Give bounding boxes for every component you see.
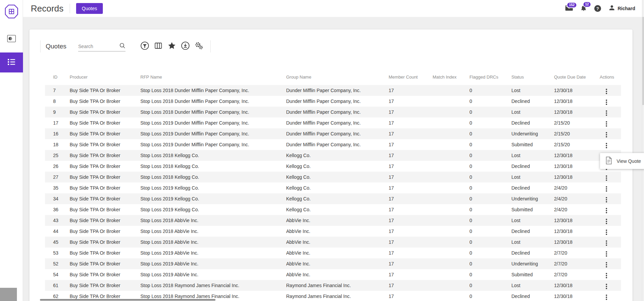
table-row[interactable]: 43Buy Side TPA Or BrokerStop Loss 2018 A… <box>45 215 621 226</box>
row-actions-kebab-icon[interactable] <box>606 91 607 92</box>
search-input[interactable] <box>78 44 119 49</box>
column-header[interactable]: Group Name <box>286 74 389 80</box>
title-separator <box>70 4 70 13</box>
table-row[interactable]: 53Buy Side TPA Or BrokerStop Loss 2019 A… <box>45 248 621 258</box>
row-actions-kebab-icon[interactable] <box>606 221 607 222</box>
cell-status: Lost <box>511 153 554 158</box>
table-row[interactable]: 35Buy Side TPA Or BrokerStop Loss 2019 K… <box>45 182 621 193</box>
table-row[interactable]: 27Buy Side TPA Or BrokerStop Loss 2018 K… <box>45 172 621 182</box>
filter-button[interactable] <box>140 42 149 51</box>
table-row[interactable]: 52Buy Side TPA Or BrokerStop Loss 2019 A… <box>45 258 621 269</box>
cell-member_count: 17 <box>389 142 433 147</box>
table-row[interactable]: 54Buy Side TPA Or BrokerStop Loss 2019 A… <box>45 269 621 280</box>
table-row[interactable]: 61Buy Side TPA Or BrokerStop Loss 2018 R… <box>45 280 621 291</box>
column-header[interactable]: Producer <box>70 74 140 80</box>
cell-status: Lost <box>511 174 554 180</box>
cell-member_count: 17 <box>389 218 433 223</box>
cell-quote_due_date: 2/15/20 <box>554 120 600 126</box>
row-actions-kebab-icon[interactable] <box>606 210 607 211</box>
table-row[interactable]: 8Buy Side TPA Or BrokerStop Loss 2018 Du… <box>45 96 621 107</box>
row-actions-kebab-icon[interactable] <box>606 134 607 135</box>
table-header: IDProducerRFP NameGroup NameMember Count… <box>45 72 621 81</box>
cell-rfp_name: Stop Loss 2019 Dunder Mifflin Paper Comp… <box>140 120 286 126</box>
cell-quote_due_date: 12/30/18 <box>554 294 600 299</box>
row-actions-kebab-icon[interactable] <box>606 188 607 190</box>
cell-status: Declined <box>511 164 554 169</box>
row-actions-kebab-icon[interactable] <box>606 232 607 233</box>
table-row[interactable]: 18Buy Side TPA Or BrokerStop Loss 2019 D… <box>45 139 621 150</box>
quotes-nav-button[interactable]: Quotes <box>76 3 103 14</box>
cell-member_count: 17 <box>389 153 433 158</box>
vertical-scrollbar[interactable] <box>642 0 644 301</box>
row-actions-kebab-icon[interactable] <box>606 253 607 255</box>
row-actions-kebab-icon[interactable] <box>606 275 607 276</box>
table-row[interactable]: 36Buy Side TPA Or BrokerStop Loss 2019 K… <box>45 204 621 215</box>
row-actions-kebab-icon[interactable] <box>606 264 607 265</box>
cell-actions <box>600 120 621 126</box>
column-header[interactable]: Status <box>511 74 554 80</box>
cell-member_count: 17 <box>389 196 433 201</box>
table-row[interactable]: 17Buy Side TPA Or BrokerStop Loss 2019 D… <box>45 117 621 128</box>
notifications-button[interactable]: 12 <box>580 4 587 13</box>
column-header[interactable]: ID <box>45 74 70 80</box>
row-actions-kebab-icon[interactable] <box>606 123 607 125</box>
cell-status: Declined <box>511 185 554 191</box>
table-row[interactable]: 7Buy Side TPA Or BrokerStop Loss 2018 Du… <box>45 85 621 96</box>
row-actions-kebab-icon[interactable] <box>606 102 607 103</box>
mail-button[interactable]: 152 <box>565 5 573 12</box>
row-actions-kebab-icon[interactable] <box>606 199 607 200</box>
column-header[interactable]: Flagged DRCs <box>469 74 511 80</box>
sidebar-item-records-active[interactable] <box>0 52 23 72</box>
row-actions-kebab-icon[interactable] <box>606 177 607 179</box>
table-row[interactable]: 25Buy Side TPA Or BrokerStop Loss 2018 K… <box>45 150 621 161</box>
app-logo[interactable] <box>4 3 19 20</box>
cell-actions <box>600 88 621 93</box>
cell-producer: Buy Side TPA Or Broker <box>70 294 140 299</box>
cell-producer: Buy Side TPA Or Broker <box>70 261 140 266</box>
cell-quote_due_date: 2/7/20 <box>554 272 600 277</box>
cell-rfp_name: Stop Loss 2018 Dunder Mifflin Paper Comp… <box>140 88 286 93</box>
card-toolbar: Quotes <box>40 40 211 53</box>
columns-button[interactable] <box>154 42 163 51</box>
row-actions-kebab-icon[interactable] <box>606 145 607 146</box>
vertical-scrollbar-thumb[interactable] <box>642 17 644 105</box>
cell-group_name: Raymond James Financial Inc. <box>286 283 389 288</box>
column-header[interactable]: Actions <box>600 74 621 80</box>
cell-flagged_drcs: 0 <box>469 185 511 191</box>
column-header[interactable]: Quote Due Date <box>554 74 600 80</box>
table-row[interactable]: 34Buy Side TPA Or BrokerStop Loss 2019 K… <box>45 193 621 204</box>
cell-id: 43 <box>45 218 70 223</box>
cell-quote_due_date: 12/30/18 <box>554 174 600 180</box>
download-button[interactable] <box>181 42 190 51</box>
table-row[interactable]: 45Buy Side TPA Or BrokerStop Loss 2018 A… <box>45 237 621 248</box>
horizontal-scrollbar-thumb[interactable] <box>40 299 215 301</box>
cell-id: 35 <box>45 185 70 191</box>
cell-status: Lost <box>511 88 554 93</box>
cell-actions <box>600 207 621 212</box>
column-header[interactable]: Match Index <box>433 74 469 80</box>
column-header[interactable]: Member Count <box>389 74 433 80</box>
cell-quote_due_date: 12/30/18 <box>554 164 600 169</box>
cell-producer: Buy Side TPA Or Broker <box>70 229 140 234</box>
favorite-button[interactable] <box>167 42 176 51</box>
row-actions-kebab-icon[interactable] <box>606 112 607 114</box>
search-icon[interactable] <box>119 43 125 50</box>
view-quote-menu-item[interactable]: View Quote <box>617 158 641 164</box>
help-button[interactable]: ? <box>594 5 601 12</box>
cell-quote_due_date: 2/15/20 <box>554 131 600 136</box>
row-actions-kebab-icon[interactable] <box>606 242 607 244</box>
columns-icon <box>154 41 163 51</box>
row-actions-kebab-icon[interactable] <box>606 286 607 287</box>
column-header[interactable]: RFP Name <box>140 74 286 80</box>
table-row[interactable]: 44Buy Side TPA Or BrokerStop Loss 2018 A… <box>45 226 621 237</box>
row-actions-kebab-icon[interactable] <box>606 297 607 298</box>
cell-quote_due_date: 2/7/20 <box>554 250 600 256</box>
settings-button[interactable] <box>194 42 203 51</box>
cell-rfp_name: Stop Loss 2018 Kellogg Co. <box>140 174 286 180</box>
table-row[interactable]: 16Buy Side TPA Or BrokerStop Loss 2019 D… <box>45 128 621 139</box>
user-menu[interactable]: Richard <box>608 4 635 13</box>
sidebar-item-reports[interactable] <box>7 35 16 42</box>
table-row[interactable]: 26Buy Side TPA Or BrokerStop Loss 2018 K… <box>45 161 621 172</box>
cell-actions <box>600 261 621 266</box>
table-row[interactable]: 9Buy Side TPA Or BrokerStop Loss 2018 Du… <box>45 107 621 117</box>
